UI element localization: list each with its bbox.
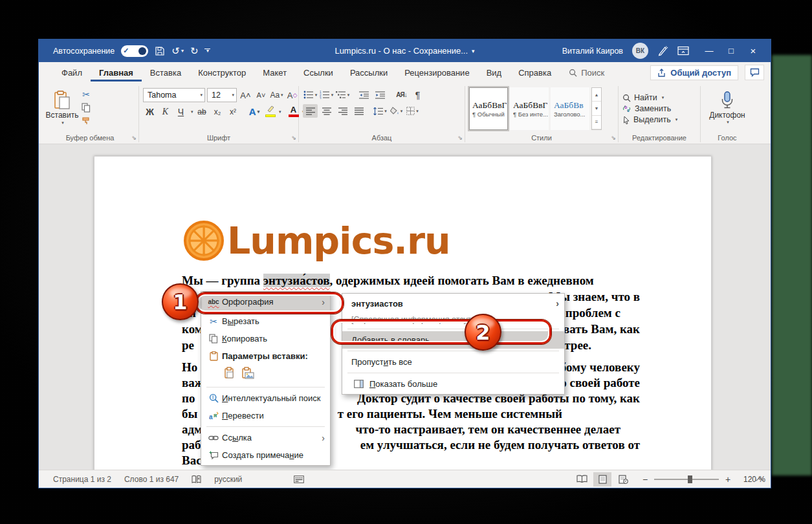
select-button[interactable]: Выделить▾ (622, 115, 677, 124)
numbering-button[interactable]: 123▾ (319, 88, 334, 102)
paste-picture-button[interactable] (242, 367, 254, 381)
bold-button[interactable]: Ж (143, 105, 157, 118)
group-label-editing: Редактирование (632, 134, 686, 142)
tab-layout[interactable]: Макет (254, 63, 295, 82)
paragraph-dialog-launcher[interactable]: ⇘ (457, 135, 463, 141)
minimize-button[interactable]: — (698, 46, 720, 56)
grow-font-button[interactable]: A˄ (239, 89, 252, 102)
justify-button[interactable] (351, 104, 366, 118)
autosave-toggle[interactable]: ✓ (121, 45, 148, 57)
borders-button[interactable]: ▾ (405, 104, 420, 118)
ribbon-display-options-icon[interactable] (677, 46, 689, 56)
format-painter-button[interactable] (82, 116, 91, 126)
style-normal[interactable]: АаБбВвГ ¶ Обычный (469, 87, 508, 130)
proofing-status-button[interactable] (185, 475, 208, 484)
styles-scroll-up-button[interactable]: ▲ (592, 88, 601, 102)
zoom-out-button[interactable]: − (641, 474, 649, 485)
change-case-button[interactable]: Aa▾ (270, 89, 283, 102)
page-indicator[interactable]: Страница 1 из 2 (47, 475, 118, 484)
user-name[interactable]: Виталий Каиров (562, 47, 623, 56)
italic-button[interactable]: К (159, 105, 172, 118)
zoom-slider-thumb[interactable] (688, 475, 692, 483)
show-marks-button[interactable]: ¶ (410, 88, 425, 102)
input-mode-button[interactable] (287, 475, 311, 483)
replace-button[interactable]: bc Заменить (622, 104, 677, 113)
dictate-button[interactable]: Диктофон ▾ (701, 85, 754, 131)
tab-home[interactable]: Главная (91, 63, 142, 82)
font-size-combo[interactable]: 12▾ (207, 88, 237, 102)
tab-view[interactable]: Вид (478, 63, 510, 82)
word-count[interactable]: Слово 1 из 647 (118, 475, 185, 484)
sort-button[interactable]: АЯ↓ (394, 88, 409, 102)
print-layout-button[interactable] (593, 472, 611, 486)
paste-button[interactable]: Вставить ▾ (45, 86, 79, 130)
tab-insert[interactable]: Вставка (142, 63, 190, 82)
misspelled-word[interactable]: энтузиа́стов (263, 274, 330, 287)
document-title[interactable]: Lumpics.ru - О нас - Сохранение... ▾ (335, 46, 474, 56)
menu-item-copy[interactable]: Копировать (201, 330, 330, 347)
styles-scroll-down-button[interactable]: ▼ (592, 102, 601, 115)
paste-keep-formatting-button[interactable] (225, 367, 236, 381)
submenu-item-suggestion[interactable]: энтузиастов › (342, 295, 564, 312)
cut-button[interactable]: ✂ (82, 89, 91, 100)
ink-pen-icon[interactable] (657, 45, 668, 56)
decrease-indent-button[interactable] (357, 88, 371, 102)
save-button[interactable] (155, 46, 165, 56)
tab-file[interactable]: Файл (53, 63, 91, 82)
styles-dialog-launcher[interactable]: ⇘ (611, 135, 616, 141)
menu-item-smart-lookup[interactable]: Интеллектуальный поиск (201, 389, 330, 407)
submenu-item-see-more[interactable]: Показать больше (342, 375, 564, 393)
tab-help[interactable]: Справка (510, 63, 560, 82)
share-button[interactable]: Общий доступ (650, 65, 738, 80)
shrink-font-button[interactable]: A˅ (254, 89, 268, 102)
style-heading1[interactable]: АаБбВв Заголово... (551, 87, 589, 130)
redo-button[interactable]: ↻ (190, 46, 199, 56)
shading-button[interactable]: ▾ (389, 104, 404, 118)
align-right-button[interactable] (335, 104, 350, 118)
clear-formatting-button[interactable]: A◇ (285, 89, 299, 102)
text-effects-button[interactable]: А▾ (248, 105, 261, 118)
bullets-button[interactable]: ▾ (303, 88, 318, 102)
style-no-spacing[interactable]: АаБбВвГ ¶ Без инте... (510, 87, 549, 130)
font-name-combo[interactable]: Tahoma▾ (143, 88, 205, 102)
copy-button[interactable] (82, 103, 91, 113)
read-mode-button[interactable] (573, 472, 591, 486)
find-button[interactable]: Найти▾ (622, 93, 677, 102)
maximize-button[interactable]: □ (720, 46, 742, 56)
increase-indent-button[interactable] (373, 88, 388, 102)
menu-item-translate[interactable]: ая Перевести (201, 407, 330, 424)
line-spacing-button[interactable]: ▾ (373, 104, 388, 118)
highlight-button[interactable]: ▾ (263, 105, 278, 118)
underline-button[interactable]: Ч (174, 105, 188, 118)
menu-item-cut[interactable]: ✂ Вырезать (201, 312, 330, 330)
menu-item-spelling[interactable]: abc Орфография › (201, 293, 330, 311)
subscript-button[interactable]: x₂ (211, 105, 225, 118)
tab-references[interactable]: Ссылки (295, 63, 342, 82)
submenu-item-ignore-all[interactable]: Пропустить все (342, 353, 564, 371)
submenu-item-add-to-dictionary[interactable]: Добавить в словарь (342, 331, 564, 349)
styles-gallery-expand-button[interactable]: ≡ (592, 116, 601, 129)
close-button[interactable]: × (742, 45, 764, 56)
tab-review[interactable]: Рецензирование (396, 63, 477, 82)
align-left-button[interactable] (303, 104, 318, 118)
web-layout-button[interactable] (614, 472, 632, 486)
zoom-in-button[interactable]: + (724, 474, 732, 485)
collapse-ribbon-button[interactable] (756, 476, 763, 483)
avatar[interactable]: ВК (632, 43, 648, 59)
undo-button[interactable]: ↺▾ (171, 46, 184, 56)
tab-design[interactable]: Конструктор (190, 63, 254, 82)
clipboard-dialog-launcher[interactable]: ⇘ (131, 135, 137, 141)
strikethrough-button[interactable]: ab (195, 105, 209, 118)
tab-mailings[interactable]: Рассылки (342, 63, 396, 82)
search-box[interactable]: Поиск (569, 68, 604, 78)
menu-item-link[interactable]: Ссылка › (201, 429, 330, 446)
zoom-slider[interactable] (654, 479, 719, 480)
font-dialog-launcher[interactable]: ⇘ (291, 135, 296, 141)
language-indicator[interactable]: русский (208, 475, 248, 484)
customize-qat-button[interactable]: ▾ (204, 49, 210, 53)
align-center-button[interactable] (319, 104, 334, 118)
menu-item-new-comment[interactable]: Создать примечание (201, 446, 330, 464)
superscript-button[interactable]: x² (226, 105, 240, 118)
multilevel-list-button[interactable]: ▾ (335, 88, 350, 102)
comments-button[interactable] (745, 65, 764, 80)
